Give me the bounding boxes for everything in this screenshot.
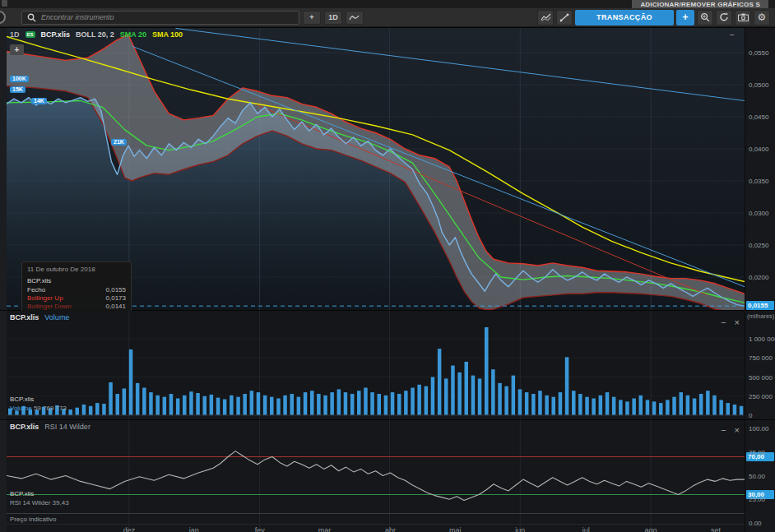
axis-tick-label: 750 000 [749, 354, 773, 362]
left-gutter [0, 420, 7, 532]
time-axis[interactable]: dezjanfevmarabrmaijunjulagoset [7, 526, 745, 532]
edge-circle-icon[interactable] [0, 11, 6, 24]
rsi-panel: BCP.xlis RSI 14 Wilder − × BCP.xlis RSI … [0, 419, 775, 532]
left-gutter [0, 311, 7, 419]
reset-zoom-button[interactable] [716, 10, 732, 25]
add-chart-button[interactable]: + [676, 10, 694, 25]
rsi-legend: BCP.xlis RSI 14 Wilder 39,43 [10, 489, 69, 507]
minimize-panel-button[interactable]: − [730, 30, 735, 39]
left-gutter [0, 28, 7, 310]
tooltip-label-close: Fecho [27, 286, 45, 294]
volume-legend: BCP.xlis Volume 59 769 773 [10, 395, 67, 413]
axis-tick-label: 0 [749, 412, 752, 419]
period-button[interactable]: 1D [324, 11, 342, 25]
volume-axis[interactable]: (milhares) 1 000 000750 000500 000250 00… [745, 311, 775, 419]
rsi-legend-instrument: BCP.xlis [10, 489, 69, 498]
screenshot-button[interactable] [735, 10, 751, 25]
camera-icon [738, 13, 749, 21]
draw-trendline-button[interactable] [556, 10, 573, 25]
compare-icon [541, 13, 551, 21]
instrument-search-input[interactable]: Encontrar instrumento [21, 11, 299, 25]
axis-tick-label: 500 000 [749, 374, 773, 382]
time-axis-month-label: ago [645, 526, 657, 532]
time-axis-month-label: dez [123, 526, 136, 532]
axis-tick-label: 0,0200 [749, 274, 768, 281]
zoom-in-button[interactable] [697, 10, 713, 25]
axis-tick-label: 50.00 [749, 473, 765, 480]
axis-tick-label: 0,0350 [749, 178, 768, 185]
add-instrument-button[interactable]: + [303, 11, 321, 25]
price-chart-panel: 1D ES BCP.xlis BOLL 20, 2 SMA 20 SMA 100… [0, 27, 775, 310]
axis-tick-label: 0,0450 [749, 113, 768, 121]
tooltip-value-bollup: 0,0173 [106, 294, 126, 303]
volume-legend-instrument: BCP.xlis [10, 395, 67, 404]
size-badge-21k: 21K [111, 139, 127, 146]
rsi-plot[interactable]: BCP.xlis RSI 14 Wilder − × BCP.xlis RSI … [7, 420, 745, 532]
axis-tick-label: 100.00 [749, 425, 768, 433]
volume-indicator-label[interactable]: Volume [44, 313, 69, 322]
current-price-badge: 0,0155 [746, 301, 774, 310]
volume-unit-label: (milhares) [747, 312, 774, 320]
gear-icon: ⚙ [758, 12, 767, 22]
legend-instrument[interactable]: BCP.xlis [41, 30, 70, 39]
time-axis-month-label: jul [582, 526, 590, 532]
volume-chart-canvas[interactable] [7, 311, 745, 420]
trendline-icon [559, 13, 569, 22]
tooltip-value-bolldown: 0,0141 [106, 303, 126, 311]
refresh-icon [719, 12, 729, 22]
chart-legend: 1D ES BCP.xlis BOLL 20, 2 SMA 20 SMA 100 [10, 30, 183, 39]
market-status-badge: ES [26, 31, 35, 38]
time-axis-month-label: mai [449, 526, 462, 532]
close-volume-button[interactable]: × [735, 317, 740, 327]
price-axis[interactable]: 0,05500,05000,04500,04000,03500,03000,02… [745, 28, 775, 310]
axis-tick-label: 0,0500 [749, 81, 768, 89]
time-axis-month-label: jan [189, 526, 199, 532]
legend-sma20[interactable]: SMA 20 [120, 30, 146, 39]
time-axis-month-label: fev [255, 526, 265, 532]
minimize-volume-button[interactable]: − [721, 317, 726, 327]
axis-tick-label: 0,0300 [749, 210, 768, 217]
axis-tick-label: 0,0400 [749, 146, 768, 153]
window-top-strip: ADICIONAR/REMOVER GRÁFICOS S [0, 0, 775, 8]
settings-button[interactable]: ⚙ [754, 10, 770, 25]
time-axis-month-label: abr [385, 526, 396, 532]
tooltip-label-bolldown: Bollinger Down [27, 303, 72, 311]
compare-charts-button[interactable] [537, 10, 554, 25]
size-badge-15k: 15K [10, 86, 26, 93]
volume-plot[interactable]: BCP.xlis Volume − × BCP.xlis Volume 59 7… [7, 311, 745, 420]
search-placeholder: Encontrar instrumento [41, 13, 114, 21]
axis-tick-label: 75.00 [749, 449, 765, 456]
chart-type-button[interactable] [346, 11, 364, 25]
volume-legend-label: Volume [10, 405, 32, 412]
add-indicator-button[interactable]: + [10, 44, 24, 55]
axis-tick-label: 250 000 [749, 393, 773, 400]
window-corner-icon [2, 0, 7, 7]
axis-tick-label: 25.00 [749, 496, 765, 503]
axis-tick-label: 0,0550 [749, 49, 768, 57]
rsi-axis[interactable]: 70,00 30,00 100.0075.0050.0025.000.00 [745, 420, 775, 532]
rsi-instrument[interactable]: BCP.xlis [10, 423, 39, 431]
transaction-button[interactable]: TRANSACÇÃO [575, 10, 674, 25]
price-chart-plot[interactable]: 1D ES BCP.xlis BOLL 20, 2 SMA 20 SMA 100… [7, 28, 745, 311]
legend-period[interactable]: 1D [10, 30, 20, 39]
rsi-header: BCP.xlis RSI 14 Wilder [10, 423, 90, 431]
axis-tick-label: 1 000 000 [749, 335, 775, 343]
time-axis-month-label: jun [515, 526, 525, 532]
line-chart-icon [349, 14, 360, 21]
zoom-in-icon [700, 12, 710, 22]
rsi-indicator-label[interactable]: RSI 14 Wilder [44, 423, 90, 431]
time-axis-month-label: set [711, 526, 721, 532]
tooltip-date: 11 De outubro De 2018 [27, 266, 126, 273]
close-rsi-button[interactable]: × [735, 425, 740, 435]
minimize-rsi-button[interactable]: − [721, 425, 726, 435]
volume-instrument[interactable]: BCP.xlis [10, 313, 39, 322]
axis-tick-label: 0.00 [749, 520, 762, 527]
tooltip-instrument: BCP.xlis [27, 277, 126, 285]
legend-sma100[interactable]: SMA 100 [152, 30, 183, 39]
legend-bollinger[interactable]: BOLL 20, 2 [76, 30, 114, 39]
volume-header: BCP.xlis Volume [10, 313, 69, 322]
tooltip-value-close: 0,0155 [106, 286, 126, 294]
search-icon [27, 13, 36, 22]
crosshair-tooltip: 11 De outubro De 2018 BCP.xlis Fecho0,01… [21, 261, 132, 311]
size-badge-100k: 100K [10, 76, 29, 82]
